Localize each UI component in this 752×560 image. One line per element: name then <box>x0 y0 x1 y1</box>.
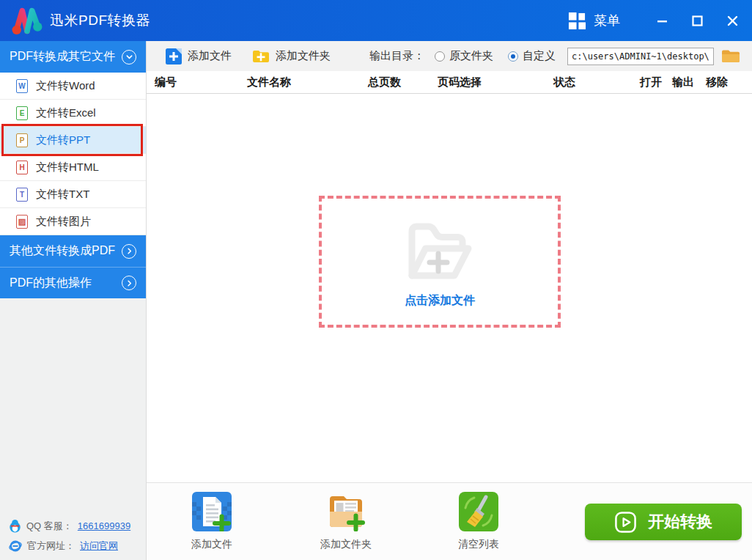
chevron-down-icon <box>122 50 136 65</box>
txt-doc-icon: T <box>16 188 28 202</box>
sidebar-section-other-to-pdf[interactable]: 其他文件转换成PDF <box>0 235 146 267</box>
browse-folder-icon <box>721 48 740 64</box>
website-link[interactable]: 访问官网 <box>80 539 118 553</box>
col-total-pages: 总页数 <box>368 75 401 89</box>
website-label: 官方网址： <box>27 539 75 553</box>
col-remove: 移除 <box>706 75 728 89</box>
sidebar-section-pdf-to-other[interactable]: PDF转换成其它文件 <box>0 41 146 73</box>
sidebar-item-image[interactable]: ▨ 文件转图片 <box>0 208 146 235</box>
clear-list-button[interactable]: 清空列表 <box>443 492 514 551</box>
add-folder-button[interactable]: 添加文件夹 <box>252 49 331 64</box>
app-window: 迅米PDF转换器 菜单 <box>0 0 752 560</box>
maximize-button[interactable] <box>690 14 704 27</box>
section-label: 其他文件转换成PDF <box>10 243 115 259</box>
minimize-button[interactable] <box>655 14 668 27</box>
radio-custom[interactable] <box>508 51 518 62</box>
sidebar-item-txt[interactable]: T 文件转TXT <box>0 181 146 208</box>
col-page-select: 页码选择 <box>438 75 482 89</box>
add-file-icon <box>166 48 182 65</box>
bottom-action-bar: 添加文件 <box>147 482 752 560</box>
file-table-header: 编号 文件名称 总页数 页码选择 状态 打开 输出 移除 <box>147 71 752 94</box>
excel-doc-icon: E <box>16 106 28 120</box>
section-label: PDF转换成其它文件 <box>10 49 115 65</box>
bottom-add-folder-label: 添加文件夹 <box>320 538 372 551</box>
sidebar-item-label: 文件转Word <box>36 79 95 93</box>
conversion-list: W 文件转Word E 文件转Excel P 文件转PPT H 文件转HTML <box>0 73 146 235</box>
sidebar-item-label: 文件转Excel <box>36 106 96 120</box>
toolbar: 添加文件 添加文件夹 输出目录： 原文件夹 自定义 <box>147 41 752 71</box>
radio-original-folder[interactable] <box>435 51 445 62</box>
col-open: 打开 <box>640 75 662 89</box>
support-info: QQ 客服： 1661699939 官方网址： 访问官网 <box>9 512 130 553</box>
start-convert-label: 开始转换 <box>648 511 712 533</box>
play-icon <box>614 511 637 534</box>
folder-plus-icon <box>390 215 490 295</box>
add-folder-big-icon <box>326 492 366 531</box>
close-icon <box>727 15 738 26</box>
bottom-add-folder-button[interactable]: 添加文件夹 <box>311 492 381 551</box>
radio-original-label[interactable]: 原文件夹 <box>449 49 493 63</box>
app-title: 迅米PDF转换器 <box>50 11 150 30</box>
sidebar-item-ppt[interactable]: P 文件转PPT <box>0 127 146 154</box>
sidebar-item-label: 文件转HTML <box>36 161 99 174</box>
add-file-button[interactable]: 添加文件 <box>166 48 232 65</box>
output-dir-label: 输出目录： <box>369 49 424 63</box>
word-doc-icon: W <box>16 79 28 93</box>
bottom-add-file-button[interactable]: 添加文件 <box>177 492 247 551</box>
section-label: PDF的其他操作 <box>10 276 92 291</box>
add-file-label: 添加文件 <box>188 49 232 63</box>
title-bar: 迅米PDF转换器 菜单 <box>0 0 752 41</box>
clear-list-label: 清空列表 <box>458 538 499 551</box>
ppt-doc-icon: P <box>16 133 28 147</box>
grid-menu-icon <box>568 12 586 30</box>
sidebar-item-excel[interactable]: E 文件转Excel <box>0 100 146 127</box>
start-convert-button[interactable]: 开始转换 <box>585 504 742 540</box>
sidebar-item-label: 文件转PPT <box>36 133 90 147</box>
image-doc-icon: ▨ <box>16 215 28 229</box>
output-path-input[interactable] <box>567 48 714 65</box>
qq-number-link[interactable]: 1661699939 <box>78 520 130 531</box>
sidebar: PDF转换成其它文件 W 文件转Word E 文件转Excel P 文件转PPT <box>0 41 147 560</box>
col-filename: 文件名称 <box>247 75 291 89</box>
sidebar-item-label: 文件转图片 <box>36 215 91 229</box>
main-panel: 添加文件 添加文件夹 输出目录： 原文件夹 自定义 <box>147 41 752 560</box>
qq-support-row: QQ 客服： 1661699939 <box>9 519 130 533</box>
radio-custom-label[interactable]: 自定义 <box>523 49 556 63</box>
html-doc-icon: H <box>16 161 28 174</box>
menu-button[interactable]: 菜单 <box>568 12 620 30</box>
qq-label: QQ 客服： <box>26 520 73 533</box>
browse-folder-button[interactable] <box>721 48 740 64</box>
add-file-big-icon <box>192 492 232 531</box>
app-logo-icon <box>10 6 44 35</box>
sidebar-item-label: 文件转TXT <box>36 188 89 202</box>
col-status: 状态 <box>553 75 575 89</box>
dropzone-add-files[interactable]: 点击添加文件 <box>319 196 561 328</box>
col-output: 输出 <box>672 75 694 89</box>
website-row: 官方网址： 访问官网 <box>9 539 130 553</box>
add-folder-label: 添加文件夹 <box>276 49 331 63</box>
output-directory-group: 输出目录： 原文件夹 自定义 <box>369 48 740 65</box>
minimize-icon <box>657 15 668 26</box>
sidebar-section-pdf-other-ops[interactable]: PDF的其他操作 <box>0 267 146 298</box>
chevron-right-icon <box>122 244 136 259</box>
add-folder-icon <box>252 49 270 64</box>
qq-icon <box>9 519 21 533</box>
sidebar-item-word[interactable]: W 文件转Word <box>0 73 146 100</box>
close-button[interactable] <box>726 14 739 27</box>
clear-list-icon <box>459 492 498 531</box>
sidebar-item-html[interactable]: H 文件转HTML <box>0 154 146 181</box>
window-controls <box>655 14 739 27</box>
maximize-icon <box>692 15 703 26</box>
bottom-add-file-label: 添加文件 <box>191 538 232 551</box>
ie-browser-icon <box>9 539 22 553</box>
chevron-right-icon <box>122 276 136 290</box>
dropzone-label: 点击添加文件 <box>405 293 475 309</box>
file-list-area: 点击添加文件 <box>147 94 752 482</box>
menu-label: 菜单 <box>594 12 620 29</box>
col-number: 编号 <box>155 75 177 89</box>
